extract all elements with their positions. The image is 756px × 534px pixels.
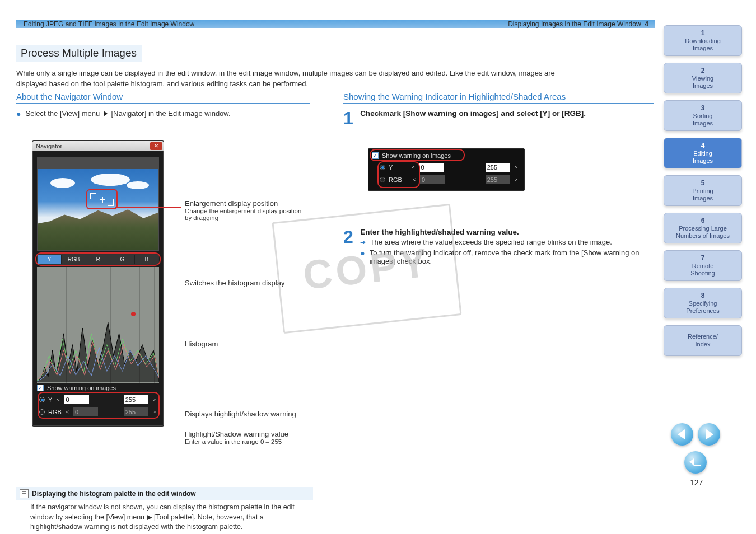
sidenav-6[interactable]: 6Processing LargeNumbers of Images	[664, 213, 742, 243]
tab-g[interactable]: G	[110, 255, 134, 264]
undo-icon	[689, 457, 702, 467]
leader-line	[164, 438, 181, 438]
tab-b[interactable]: B	[135, 255, 158, 264]
sidenav-1[interactable]: 1DownloadingImages	[664, 25, 742, 56]
callout-dot-icon	[131, 312, 136, 316]
callout-box-wp-cbx	[370, 149, 465, 161]
step-2: 2 Enter the highlighted/shaded warning v…	[343, 228, 654, 269]
crosshair-icon	[100, 197, 105, 203]
header-tab-title: Editing JPEG and TIFF Images in the Edit…	[24, 20, 194, 28]
left-bullet-pre: Select the [View] menu	[25, 109, 100, 118]
bullet-dot-icon: ●	[16, 109, 21, 119]
wp-y-max[interactable]: 255	[486, 163, 510, 172]
side-nav: 1DownloadingImages 2ViewingImages 3Sorti…	[664, 25, 742, 363]
range-panel: Y < 0 255 > RGB < 0 255 >	[37, 392, 159, 421]
leader-line	[115, 207, 181, 208]
page-banner: Process Multiple Images	[16, 45, 142, 62]
step-2-arrow: ➔ The area where the value exceeds the s…	[360, 238, 640, 246]
step-2-title: Enter the highlighted/shaded warning val…	[360, 228, 640, 236]
sidenav-4[interactable]: 4EditingImages	[664, 138, 742, 168]
tip-bar: Displaying the histogram palette in the …	[16, 487, 313, 500]
callout-box-range	[38, 392, 160, 419]
label-enlarge-sub: Change the enlargement display position …	[185, 208, 302, 221]
label-warn-value: Highlight/Shadow warning value Enter a v…	[185, 430, 308, 445]
left-bullet: ● Select the [View] menu [Navigator] in …	[16, 109, 310, 119]
back-button[interactable]	[684, 451, 707, 474]
page-number: 127	[690, 478, 703, 487]
gt-icon[interactable]: >	[514, 177, 519, 182]
intro-paragraph: While only a single image can be display…	[16, 68, 576, 90]
left-column: About the Navigator Window ● Select the …	[16, 92, 310, 122]
step-1-title: Checkmark [Show warning on images] and s…	[360, 109, 586, 118]
label-warn-sub: Enter a value in the range 0 – 255	[185, 438, 308, 445]
step-2-bullet-text: To turn the warning indicator off, remov…	[370, 249, 641, 265]
page-nav-arrows	[671, 423, 720, 446]
label-histogram: Histogram	[185, 340, 218, 348]
step-1-num: 1	[343, 109, 353, 127]
leader-line	[164, 418, 181, 418]
sidenav-8[interactable]: 8SpecifyingPreferences	[664, 288, 742, 318]
callout-box-wp-radios	[377, 161, 420, 188]
wp-rgb-min[interactable]: 0	[420, 175, 445, 184]
cloud-icon	[127, 181, 149, 189]
note-icon	[20, 489, 29, 498]
histogram-tabs: Y RGB R G B	[37, 254, 159, 265]
cloud-icon	[91, 174, 130, 186]
leader-line	[138, 344, 181, 344]
gt-icon[interactable]: >	[514, 165, 519, 170]
navigator-thumbnail[interactable]	[37, 157, 159, 251]
header-chapter-num: 4	[645, 20, 648, 28]
tip-title: Displaying the histogram palette in the …	[32, 490, 196, 498]
header-section-label: Displaying Images in the Edit Image Wind…	[508, 20, 648, 28]
bullet-dot-icon: ●	[360, 249, 365, 258]
tab-r[interactable]: R	[86, 255, 110, 264]
close-icon[interactable]: ✕	[150, 142, 162, 150]
left-bullet-post: [Navigator] in the Edit image window.	[111, 109, 230, 118]
navigator-title: Navigator	[34, 143, 62, 149]
leader-line	[164, 287, 181, 287]
header-section-text: Displaying Images in the Edit Image Wind…	[508, 20, 641, 28]
sidenav-7[interactable]: 7RemoteShooting	[664, 250, 742, 281]
left-bullet-text: Select the [View] menu [Navigator] in th…	[25, 109, 230, 118]
next-page-button[interactable]	[698, 423, 720, 446]
cloud-icon	[50, 178, 75, 188]
label-enlarge-pos: Enlargement display position Change the …	[185, 199, 302, 221]
warn-toggle-row: ✓ Show warning on images	[37, 385, 159, 391]
warn-checkbox[interactable]: ✓	[37, 385, 44, 391]
arrow-right-icon: ➔	[360, 238, 366, 246]
label-hilo-warning: Displays highlight/shadow warning	[185, 410, 308, 418]
step-1: 1 Checkmark [Show warning on images] and…	[343, 109, 654, 127]
prev-page-button[interactable]	[671, 423, 693, 446]
tip-body: If the navigator window is not shown, yo…	[30, 503, 313, 532]
label-switch-hist: Switches the histogram display	[185, 279, 302, 287]
tab-rgb[interactable]: RGB	[62, 255, 86, 264]
histogram-area	[37, 267, 159, 383]
warn-label: Show warning on images	[47, 385, 116, 391]
sidenav-9[interactable]: Reference/Index	[664, 325, 742, 356]
chevron-right-icon	[706, 429, 713, 439]
right-section-title: Showing the Warning Indicator in Highlig…	[343, 92, 654, 104]
histogram-icon	[37, 267, 159, 382]
sidenav-2[interactable]: 2ViewingImages	[664, 63, 742, 93]
sidenav-5[interactable]: 5PrintingImages	[664, 175, 742, 206]
menu-triangle-icon	[104, 111, 108, 116]
left-section-title: About the Navigator Window	[16, 92, 310, 104]
wp-y-min[interactable]: 0	[419, 163, 444, 172]
step-2-bullet: ● To turn the warning indicator off, rem…	[360, 249, 640, 265]
tab-y[interactable]: Y	[38, 255, 62, 264]
step-2-arrow-text: The area where the value exceeds the spe…	[370, 238, 612, 246]
wp-rgb-max[interactable]: 255	[486, 175, 510, 184]
navigator-titlebar[interactable]: Navigator ✕	[32, 141, 164, 151]
warning-panel-inline: ✓ Show warning on images Y < 0 255 > RGB…	[368, 148, 525, 191]
sidenav-3[interactable]: 3SortingImages	[664, 100, 742, 131]
step-2-num: 2	[343, 228, 353, 246]
navigator-window: Navigator ✕ Y RGB R G B	[32, 140, 164, 427]
chevron-left-icon	[678, 429, 685, 439]
